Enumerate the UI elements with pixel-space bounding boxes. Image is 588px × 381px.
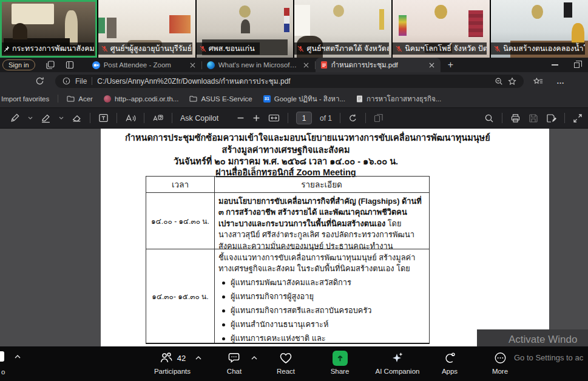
activate-windows-watermark-line2: Go to Settings to ac: [514, 353, 583, 362]
refresh-icon[interactable]: [35, 76, 44, 86]
favorite-codi[interactable]: http--app.codi.or.th...: [104, 95, 178, 103]
eraser-icon[interactable]: [72, 113, 82, 123]
favorite-label: http--app.codi.or.th...: [115, 95, 178, 103]
video-options-chevron-icon[interactable]: [15, 355, 21, 359]
zoom-out-page-icon[interactable]: [495, 77, 503, 86]
page-view-icon[interactable]: [374, 113, 384, 123]
share-label: Share: [331, 368, 350, 375]
add-text-icon[interactable]: [98, 113, 109, 123]
favorite-star-icon[interactable]: [508, 77, 516, 86]
tab-post-attendee-zoom[interactable]: Post Attendee - Zoom: [87, 58, 201, 72]
tab-title: กำหนดการประชุม.pdf: [331, 59, 424, 70]
highlighter-options-chevron-icon[interactable]: [59, 116, 64, 120]
close-tab-icon[interactable]: [302, 62, 310, 68]
close-tab-icon[interactable]: [428, 62, 436, 68]
tab-pdf-active[interactable]: กำหนดการประชุม.pdf: [316, 58, 441, 72]
minimize-icon[interactable]: [552, 64, 558, 66]
chat-label: Chat: [227, 368, 242, 375]
workspaces-icon[interactable]: [46, 61, 55, 69]
favorite-page[interactable]: การหาโอกาสทางธุรกิจ...: [356, 93, 441, 104]
translate-icon[interactable]: [152, 113, 164, 123]
favorite-folder-acer[interactable]: Acer: [67, 95, 93, 103]
mic-muted-icon: [200, 46, 206, 52]
ai-companion-icon: [390, 351, 405, 365]
mic-muted-icon: [101, 46, 108, 52]
doc-title-line: สร้างมูลค่าทางเศรษฐกิจและสังคม: [125, 144, 447, 155]
zoom-out-icon[interactable]: [237, 114, 245, 122]
video-tile[interactable]: กระทรวงการพัฒนาสังคม...: [0, 0, 97, 58]
url-field[interactable]: File C:/Users/AnnyAnn%20Zfr/Downloads/กำ…: [55, 75, 524, 88]
page-number-input[interactable]: 1: [296, 112, 312, 124]
video-tile[interactable]: ศพส.ขอนแก่น: [197, 0, 294, 58]
favorites-bar-icon[interactable]: [533, 77, 543, 86]
pen-options-chevron-icon[interactable]: [28, 116, 33, 120]
signin-button[interactable]: Sign in: [2, 59, 35, 70]
video-tile[interactable]: นิคมฯโลกโพธิ์ จังหวัด ปัต...: [393, 0, 490, 58]
settings-menu-icon[interactable]: …: [556, 76, 565, 86]
highlighter-icon[interactable]: [41, 113, 51, 123]
pdf-viewer: กำหนดการประชุมซักซ้อมความเข้าใจและมอบนโย…: [0, 129, 588, 346]
save-icon[interactable]: [529, 113, 538, 123]
more-label: More: [492, 368, 508, 375]
participants-chevron-icon[interactable]: [195, 356, 201, 360]
favorite-folder-asus[interactable]: ASUS E-Service: [189, 95, 252, 103]
participant-name-bar: ศูนย์ฯสตรีภาคใต้ จังหวัดส...: [294, 42, 388, 55]
import-favorites-button[interactable]: Import favorites: [1, 95, 49, 103]
participant-name: ศูนย์ฯสตรีภาคใต้ จังหวัดส...: [306, 44, 388, 53]
video-tile[interactable]: ศูนย์ฯผู้สูงอายุบ้านบุรีรัมย์: [98, 0, 195, 58]
page-total-label: of 1: [320, 114, 332, 123]
share-button[interactable]: Share: [322, 351, 358, 375]
video-tile[interactable]: ศูนย์ฯสตรีภาคใต้ จังหวัดส...: [294, 0, 391, 58]
activate-windows-watermark: Activate Windo: [509, 334, 577, 346]
favorites-bar: Import favorites Acer http--app.codi.or.…: [0, 90, 588, 107]
restore-icon[interactable]: [574, 62, 580, 68]
rotate-icon[interactable]: [348, 113, 357, 123]
pdf-favicon: [320, 61, 328, 69]
table-header-detail: รายละเอียด: [214, 178, 429, 191]
new-tab-button[interactable]: +: [448, 61, 453, 69]
favorite-label: ASUS E-Service: [201, 95, 252, 103]
react-button[interactable]: React: [268, 351, 304, 375]
tab-whats-new-edge[interactable]: What's new in Microsoft Edge: [202, 58, 315, 72]
mic-muted-icon: [396, 46, 402, 52]
info-icon[interactable]: [63, 77, 70, 85]
window-controls: [552, 62, 588, 68]
tab-actions-icon[interactable]: [66, 61, 74, 69]
react-label: React: [277, 368, 295, 375]
read-aloud-icon[interactable]: [125, 113, 136, 123]
apps-button[interactable]: Apps: [432, 351, 467, 375]
tab-title: Post Attendee - Zoom: [104, 61, 185, 69]
chat-button[interactable]: Chat: [216, 351, 252, 375]
video-button-label[interactable]: o: [1, 368, 5, 376]
table-header-row: เวลา รายละเอียด: [146, 177, 429, 193]
ai-companion-label: AI Companion: [376, 368, 420, 375]
fullscreen-icon[interactable]: [573, 113, 583, 123]
save-as-icon[interactable]: [546, 113, 556, 123]
participants-button[interactable]: 42 Participants: [144, 351, 200, 375]
draw-pen-icon[interactable]: [10, 113, 20, 123]
more-button[interactable]: More: [482, 351, 518, 375]
pdf-page: กำหนดการประชุมซักซ้อมความเข้าใจและมอบนโย…: [101, 129, 549, 346]
participants-icon: [159, 351, 174, 365]
print-icon[interactable]: [510, 113, 521, 123]
video-tile[interactable]: นิคมสร้างตนเองคลองน้ำใ...: [491, 0, 588, 58]
list-item: ผู้แทนกรมกิจการผู้สูงอายุ: [218, 291, 426, 303]
list-item: ผู้แทนกรมกิจการสตรีและสถาบันครอบครัว: [218, 305, 426, 317]
zoom-in-icon[interactable]: [252, 114, 260, 122]
url-scheme-label: File: [75, 77, 87, 86]
doc-title-line: กำหนดการประชุมซักซ้อมความเข้าใจและมอบนโย…: [125, 132, 447, 143]
ai-companion-button[interactable]: AI Companion: [365, 351, 430, 375]
fit-to-width-icon[interactable]: [268, 113, 280, 123]
video-icon-clipped[interactable]: [0, 351, 4, 362]
search-document-icon[interactable]: [484, 113, 494, 123]
agency-list: ผู้แทนกรมพัฒนาสังคมและสวัสดิการ ผู้แทนกร…: [218, 277, 426, 346]
close-tab-icon[interactable]: [189, 62, 197, 68]
time-cell: ๑๔.๓๐- ๑๕.๓๐ น.: [146, 250, 214, 343]
table-row: ๑๔.๓๐- ๑๕.๓๐ น. ชี้แจงแนวทางการขับเคลื่อ…: [146, 250, 429, 343]
chat-chevron-icon[interactable]: [251, 356, 257, 360]
ask-copilot-button[interactable]: Ask Copilot: [180, 114, 218, 123]
list-item: ผู้แทนการเคหะแห่งชาติ และ: [218, 332, 426, 345]
apps-icon: [443, 351, 457, 365]
edge-favicon: [207, 61, 215, 69]
favorite-google-calendar[interactable]: 31 Google ปฏิทิน - สิงหา...: [263, 93, 345, 104]
